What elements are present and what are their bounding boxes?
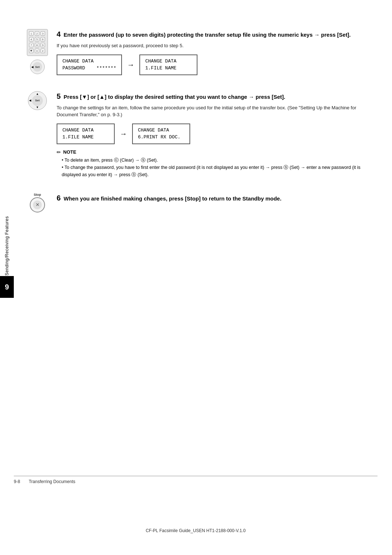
step5-lcd-to-line1: CHANGE DATA [138,127,184,134]
note-item-1: To delete an item, press ⓒ (Clear) → ⓢ (… [62,157,367,164]
note-pencil-icon: ✏ [57,149,61,155]
step-4-content: 4 Enter the password (up to seven digits… [57,29,367,80]
footer-section: Transferring Documents [29,479,75,484]
step-5-lcd-from: CHANGE DATA 1.FILE NAME [57,123,115,144]
step-4-lcd-to: CHANGE DATA 1.FILE NAME [139,54,197,75]
step-5-body: To change the settings for an item, foll… [57,104,367,118]
note-section: ✏ NOTE To delete an item, press ⓒ (Clear… [57,149,367,178]
arrow-right-icon-4: → [127,61,134,69]
stop-button-wrap: Stop ✕ [30,193,45,212]
main-content: 1 2 3 4 5 6 7 8 9 ✱ 0 # ◀ Set [14,22,377,231]
step-5-lcd-row: CHANGE DATA 1.FILE NAME → CHANGE DATA 6.… [57,123,367,144]
key-4: 4 [29,37,33,41]
key-5: 5 [35,37,39,41]
step-5-heading: 5 Press [▼] or [▲] to display the desire… [57,91,367,101]
step-5-content: 5 Press [▼] or [▲] to display the desire… [57,91,367,182]
step-5-icon: ▲ ▼ ◀ Set [25,91,50,110]
step-6-number: 6 [57,194,61,202]
step-4-number: 4 [57,30,61,38]
step-6-content: 6 When you are finished making changes, … [57,193,367,206]
footer-line: 9-8 Transferring Documents [14,476,377,484]
arrow-right-icon-5: → [120,130,127,138]
step-6-icon: Stop ✕ [25,193,50,212]
lcd-from-line1: CHANGE DATA [62,58,116,65]
footer-bottom: CF-PL Facsimile Guide_USEN HT1-2188-000-… [14,528,377,533]
step-6-heading: 6 When you are finished making changes, … [57,193,367,203]
arrow-left-icon: ◀ [31,65,33,69]
key-star: ✱ [29,49,33,53]
key-3: 3 [41,31,45,36]
set-button-5: ▲ ▼ ◀ Set [28,91,47,110]
key-6: 6 [41,37,45,41]
note-list: To delete an item, press ⓒ (Clear) → ⓢ (… [57,157,367,178]
step-5-lcd-to: CHANGE DATA 6.PRINT RX DOC. [132,123,190,144]
step-4-lcd-from: CHANGE DATA PASSWORD ******* [57,54,122,75]
sidebar: Special Sending/Receiving Features [0,0,14,509]
stop-circle: ✕ [30,197,45,212]
stop-inner-icon: ✕ [33,200,42,209]
set-label-4: Set [33,62,42,72]
step-4-block: 1 2 3 4 5 6 7 8 9 ✱ 0 # ◀ Set [25,29,367,80]
key-1: 1 [29,31,33,36]
keypad-icon: 1 2 3 4 5 6 7 8 9 ✱ 0 # [27,29,48,56]
step-4-heading: 4 Enter the password (up to seven digits… [57,29,367,39]
step-4-body: If you have not previously set a passwor… [57,42,367,49]
note-header: ✏ NOTE [57,149,367,155]
stop-label: Stop [34,193,41,197]
arrow-up-icon: ▲ [36,92,39,96]
step-5-number: 5 [57,92,61,100]
key-2: 2 [35,31,39,36]
note-item-2: To change the password, you have to firs… [62,164,367,178]
set-button-4: ◀ Set [30,60,45,74]
step-6-block: Stop ✕ 6 When you are finished making ch… [25,193,367,212]
step5-lcd-from-line2: 1.FILE NAME [62,134,109,141]
step5-lcd-to-line2: 6.PRINT RX DOC. [138,134,184,141]
step-4-icon: 1 2 3 4 5 6 7 8 9 ✱ 0 # ◀ Set [25,29,50,74]
arrow-left-icon-5: ◀ [29,99,31,102]
page-number-tab: 9 [0,276,14,298]
set-circle-4: ◀ Set [30,60,45,74]
key-8: 8 [35,43,39,47]
set-label-5: Set [32,95,43,106]
step-4-lcd-row: CHANGE DATA PASSWORD ******* → CHANGE DA… [57,54,367,75]
footer-page-ref: 9-8 [14,479,20,484]
arrow-down-icon: ▼ [36,106,39,109]
key-0: 0 [35,49,39,53]
lcd-from-line2: PASSWORD ******* [62,65,116,72]
step-5-block: ▲ ▼ ◀ Set 5 Press [▼] or [▲] to display … [25,91,367,182]
key-hash: # [41,49,45,53]
lcd-to-line1: CHANGE DATA [145,58,192,65]
key-9: 9 [41,43,45,47]
note-label: NOTE [63,149,76,155]
key-7: 7 [29,43,33,47]
step5-lcd-from-line1: CHANGE DATA [62,127,109,134]
lcd-to-line2: 1.FILE NAME [145,65,192,72]
